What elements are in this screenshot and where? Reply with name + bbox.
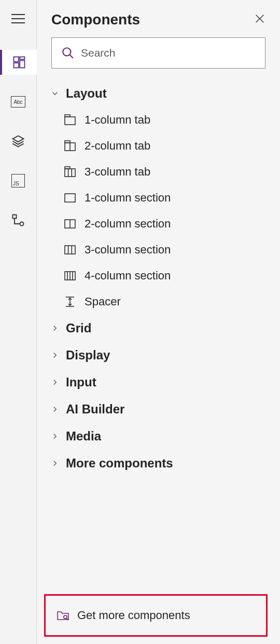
group-label: AI Builder [66,402,124,417]
panel-header: Components [37,0,280,33]
item-3-column-section[interactable]: 3-column section [42,237,275,263]
hamburger-icon [11,14,25,23]
chevron-right-icon [50,405,60,414]
chevron-right-icon [50,324,60,333]
spacer-icon [63,296,77,307]
chevron-right-icon [50,432,60,441]
item-4-column-section[interactable]: 4-column section [42,263,275,289]
svg-rect-3 [14,63,19,68]
chevron-down-icon [50,89,60,98]
group-media[interactable]: Media [42,423,275,450]
layers-icon [11,134,25,149]
group-label: Grid [66,321,91,336]
one-column-tab-icon [63,114,77,126]
item-label: 3-column tab [85,165,150,179]
components-panel: Components Layout [37,0,280,644]
item-label: 4-column section [85,269,171,283]
svg-point-33 [64,615,67,619]
item-3-column-tab[interactable]: 3-column tab [42,159,275,185]
svg-point-9 [63,48,71,56]
item-label: 3-column section [85,243,171,257]
item-label: 2-column tab [85,139,150,153]
search-input[interactable] [81,47,256,59]
group-display[interactable]: Display [42,342,275,369]
svg-rect-12 [65,117,75,125]
item-label: Spacer [85,295,121,308]
svg-point-6 [20,222,24,226]
svg-rect-17 [65,169,75,177]
chevron-right-icon [50,378,60,387]
item-1-column-section[interactable]: 1-column section [42,185,275,211]
diagram-icon [11,213,25,227]
item-1-column-tab[interactable]: 1-column tab [42,107,275,133]
two-column-section-icon [63,219,77,229]
item-2-column-tab[interactable]: 2-column tab [42,133,275,159]
folder-search-icon [57,609,70,622]
panel-title: Components [51,11,140,28]
chevron-right-icon [50,351,60,360]
group-input[interactable]: Input [42,369,275,396]
abc-icon: Abc [11,96,25,108]
layers-tab[interactable] [6,129,31,154]
group-layout[interactable]: Layout [42,80,275,107]
group-more-components[interactable]: More components [42,450,275,477]
two-column-tab-icon [63,140,77,152]
group-grid[interactable]: Grid [42,315,275,342]
get-more-label: Get more components [77,609,190,622]
item-label: 1-column section [85,191,171,205]
three-column-section-icon [63,245,77,255]
group-label: Display [66,348,110,363]
svg-rect-2 [20,61,24,68]
three-column-tab-icon [63,166,77,178]
svg-line-10 [69,55,73,58]
group-label: More components [66,456,173,471]
get-more-components-button[interactable]: Get more components [46,599,263,632]
components-tab[interactable] [0,50,37,75]
item-label: 2-column section [85,217,171,231]
app-sidebar: Abc JS [0,0,37,644]
item-label: 1-column tab [85,113,150,127]
close-button[interactable] [254,13,265,26]
js-icon: JS [11,174,25,187]
item-spacer[interactable]: Spacer [42,289,275,315]
form-fields-tab[interactable]: Abc [6,89,31,114]
search-box[interactable] [51,37,265,69]
chevron-right-icon [50,459,60,468]
item-2-column-section[interactable]: 2-column section [42,211,275,237]
svg-rect-23 [65,246,75,254]
diagram-tab[interactable] [6,208,31,233]
group-label: Input [66,375,96,390]
svg-rect-5 [13,215,17,219]
one-column-section-icon [63,193,77,203]
svg-rect-20 [65,194,75,202]
group-ai-builder[interactable]: AI Builder [42,396,275,423]
menu-button[interactable] [6,6,31,31]
svg-rect-1 [20,57,24,60]
svg-rect-0 [14,57,19,62]
components-icon [12,55,26,70]
group-label: Media [66,429,101,444]
svg-marker-4 [13,136,24,142]
component-tree: Layout 1-column tab 2-column tab 3-colum… [37,78,280,477]
search-icon [61,46,75,60]
group-label: Layout [66,86,107,101]
scripts-tab[interactable]: JS [6,168,31,193]
close-icon [254,13,265,24]
four-column-section-icon [63,271,77,281]
